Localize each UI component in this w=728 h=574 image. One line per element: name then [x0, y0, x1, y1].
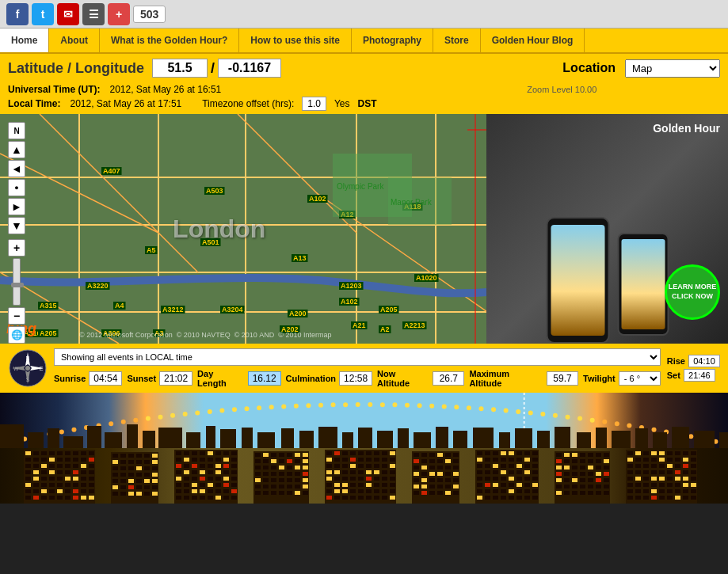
ad-panel: Golden Hour LEARN MORE CLICK NOW: [486, 114, 728, 344]
nav-bar: Home About What is the Golden Hour? How …: [0, 29, 728, 54]
svg-text:N: N: [25, 355, 29, 361]
max-altitude-value: 59.7: [547, 371, 578, 386]
svg-text:S: S: [26, 377, 30, 382]
location-section: Location Map Address Coordinates: [562, 59, 720, 78]
map-left-button[interactable]: ◄: [8, 160, 25, 177]
set-line: Set 21:46: [667, 369, 720, 382]
culmination-group: Culmination 12:58: [286, 371, 373, 386]
sunrise-value: 04:54: [89, 371, 122, 386]
day-length-group: Day Length 16.12: [197, 369, 280, 388]
sunrise-label: Sunrise: [54, 374, 86, 383]
dst-label: DST: [358, 98, 377, 109]
now-altitude-label: Now Altitude: [377, 369, 429, 388]
culmination-value: 12:58: [339, 371, 372, 386]
sunset-label: Sunset: [127, 374, 156, 383]
map-zoom-out-button[interactable]: −: [8, 307, 25, 325]
location-label: Location: [562, 61, 616, 75]
map-right-button[interactable]: ►: [8, 198, 25, 215]
local-time-label: Local Time:: [8, 98, 60, 109]
nav-photography[interactable]: Photography: [352, 29, 433, 52]
local-time-value: 2012, Sat May 26 at 17:51: [70, 98, 181, 109]
twitter-icon[interactable]: t: [32, 3, 54, 25]
share-counter: 503: [133, 6, 166, 23]
map-container: London bing N ▲ ◄ ● ► ▼ + − 🌐 Golden Hou…: [0, 114, 728, 344]
sunset-group: Sunset 21:02: [127, 371, 192, 386]
latitude-input[interactable]: [152, 59, 208, 78]
svg-point-9: [25, 366, 30, 371]
set-value: 21:46: [684, 369, 715, 382]
local-time-row: Local Time: 2012, Sat May 26 at 17:51 Ti…: [8, 97, 720, 111]
ad-inner: Golden Hour LEARN MORE CLICK NOW: [486, 114, 728, 344]
phone-screen-large: [551, 225, 604, 336]
compass-svg: N S W E: [8, 348, 48, 388]
rise-label: Rise: [667, 356, 685, 366]
header-info: Latitude / Longitude / Location Map Addr…: [0, 54, 728, 82]
time-section: Universal Time (UT): 2012, Sat May 26 at…: [0, 82, 728, 114]
map-north-button[interactable]: N: [8, 122, 25, 139]
learn-more-text: LEARN MORE CLICK NOW: [667, 283, 718, 301]
phone-small: [617, 233, 669, 336]
phone-images: [546, 217, 669, 344]
ut-label: Universal Time (UT):: [8, 84, 100, 95]
map-up-button[interactable]: ▲: [8, 141, 25, 158]
nav-blog[interactable]: Golden Hour Blog: [481, 29, 585, 52]
sunset-value: 21:02: [159, 371, 192, 386]
twilight-group: Twilight - 6 ° - 12 ° - 18 °: [583, 371, 661, 386]
ad-golden-hour-title: Golden Hour: [653, 122, 720, 135]
map-down-button[interactable]: ▼: [8, 217, 25, 234]
dst-yes: Yes: [334, 98, 350, 109]
day-length-value: 16.12: [248, 371, 281, 386]
phone-screen-small: [621, 239, 665, 329]
nav-how-to-use[interactable]: How to use this site: [239, 29, 352, 52]
svg-text:W: W: [13, 366, 19, 371]
bookmark-icon[interactable]: ☰: [82, 3, 105, 25]
plus-icon[interactable]: +: [108, 3, 130, 25]
zoom-level: Zoom Level 10.00: [527, 85, 597, 94]
map-zoom-bar: [13, 258, 21, 306]
day-length-label: Day Length: [197, 369, 245, 388]
nav-home[interactable]: Home: [0, 29, 49, 52]
facebook-icon[interactable]: f: [6, 3, 29, 25]
timeline: [0, 393, 728, 504]
set-label: Set: [667, 371, 680, 380]
learn-more-badge[interactable]: LEARN MORE CLICK NOW: [665, 264, 720, 320]
bottom-controls: N S W E Showing all events in LOCAL time…: [0, 344, 728, 393]
longitude-input[interactable]: [218, 59, 281, 78]
max-altitude-group: Maximum Altitude 59.7: [469, 369, 578, 388]
rise-set-panel: Rise 04:10 Set 21:46: [667, 355, 720, 382]
map-zoom-handle[interactable]: [11, 283, 24, 287]
rise-line: Rise 04:10: [667, 355, 720, 367]
mail-icon[interactable]: ✉: [57, 3, 79, 25]
nav-store[interactable]: Store: [433, 29, 481, 52]
now-altitude-group: Now Altitude 26.7: [377, 369, 464, 388]
latlong-row: Latitude / Longitude /: [8, 59, 281, 78]
twilight-label: Twilight: [583, 374, 616, 383]
ut-value: 2012, Sat May 26 at 16:51: [109, 84, 221, 95]
compass-rose: N S W E: [8, 348, 48, 388]
svg-text:E: E: [40, 366, 44, 371]
timezone-value: 1.0: [302, 97, 326, 111]
twilight-select[interactable]: - 6 ° - 12 ° - 18 °: [619, 371, 661, 386]
time-display-select[interactable]: Showing all events in LOCAL time: [54, 348, 661, 366]
culmination-label: Culmination: [286, 374, 337, 383]
ut-row: Universal Time (UT): 2012, Sat May 26 at…: [8, 82, 720, 97]
coord-separator: /: [211, 60, 215, 77]
timeline-canvas: [0, 393, 728, 504]
map-center-button[interactable]: ●: [8, 179, 25, 196]
social-bar: f t ✉ ☰ + 503: [0, 0, 728, 29]
now-altitude-value: 26.7: [433, 371, 464, 386]
nav-about[interactable]: About: [49, 29, 100, 52]
sunrise-group: Sunrise 04:54: [54, 371, 122, 386]
latlong-label: Latitude / Longitude: [8, 60, 144, 77]
location-select[interactable]: Map Address Coordinates: [625, 59, 720, 78]
map-controls: N ▲ ◄ ● ► ▼ + − 🌐: [8, 122, 25, 344]
map-globe-button[interactable]: 🌐: [8, 326, 25, 344]
map-zoom-in-button[interactable]: +: [8, 239, 25, 257]
timezone-label: Timezone offset (hrs):: [202, 98, 294, 109]
map-background[interactable]: London bing: [0, 114, 487, 344]
nav-golden-hour[interactable]: What is the Golden Hour?: [100, 29, 239, 52]
max-altitude-label: Maximum Altitude: [469, 369, 543, 388]
phone-large: [546, 217, 609, 344]
rise-value: 04:10: [688, 355, 720, 367]
